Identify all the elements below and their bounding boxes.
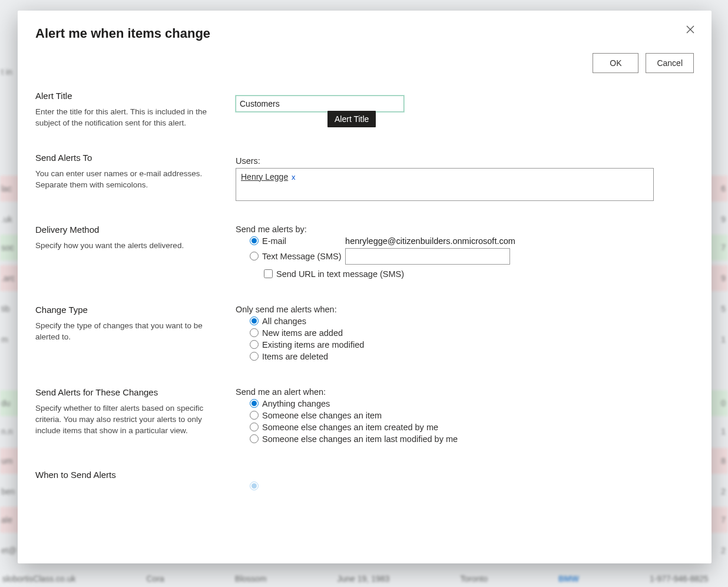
delivery-help: Specify how you want the alerts delivere… — [35, 240, 221, 252]
filter-radio-0[interactable] — [250, 399, 259, 408]
dialog-body[interactable]: OK Cancel Alert Title Enter the title fo… — [18, 41, 712, 563]
section-alert-title: Alert Title Enter the title for this ale… — [35, 91, 694, 129]
filter-changes-field-label: Send me an alert when: — [236, 387, 694, 397]
change-type-radio-0[interactable] — [250, 316, 259, 325]
filter-option-1: Someone else changes an item — [262, 411, 382, 420]
change-type-field-label: Only send me alerts when: — [236, 305, 694, 314]
filter-radio-3[interactable] — [250, 434, 259, 443]
dialog-header: Alert me when items change — [18, 11, 712, 41]
user-chip-name[interactable]: Henry Legge — [241, 172, 288, 182]
close-button[interactable] — [680, 19, 701, 40]
when-label: When to Send Alerts — [35, 470, 221, 480]
send-to-label: Send Alerts To — [35, 153, 221, 163]
alert-dialog: Alert me when items change OK Cancel Ale… — [18, 11, 712, 563]
delivery-sms-radio[interactable] — [250, 252, 259, 260]
change-type-radio-1[interactable] — [250, 328, 259, 337]
delivery-label: Delivery Method — [35, 225, 221, 235]
filter-radio-1[interactable] — [250, 411, 259, 420]
users-input[interactable]: Henry Legge x — [236, 168, 654, 201]
section-delivery: Delivery Method Specify how you want the… — [35, 225, 694, 281]
send-to-help: You can enter user names or e-mail addre… — [35, 169, 221, 191]
dialog-button-row: OK Cancel — [35, 53, 694, 73]
delivery-email-label: E-mail — [262, 236, 286, 246]
sms-url-label: Send URL in text message (SMS) — [276, 269, 404, 279]
alert-title-label: Alert Title — [35, 91, 221, 101]
section-filter-changes: Send Alerts for These Changes Specify wh… — [35, 387, 694, 446]
alert-title-help: Enter the title for this alert. This is … — [35, 107, 221, 129]
delivery-field-label: Send me alerts by: — [236, 225, 694, 234]
change-type-option-2: Existing items are modified — [262, 340, 364, 349]
sms-url-checkbox[interactable] — [264, 269, 273, 278]
sms-number-input[interactable] — [345, 248, 510, 265]
change-type-option-3: Items are deleted — [262, 352, 328, 361]
filter-changes-label: Send Alerts for These Changes — [35, 387, 221, 397]
when-option-0 — [262, 482, 264, 491]
filter-radio-2[interactable] — [250, 423, 259, 431]
alert-title-input[interactable] — [236, 95, 404, 112]
delivery-email-address: henrylegge@citizenbuilders.onmicrosoft.c… — [345, 236, 515, 246]
section-change-type: Change Type Specify the type of changes … — [35, 305, 694, 364]
filter-option-2: Someone else changes an item created by … — [262, 423, 438, 432]
change-type-label: Change Type — [35, 305, 221, 315]
ok-button[interactable]: OK — [593, 53, 638, 73]
change-type-radio-3[interactable] — [250, 352, 259, 361]
dialog-title: Alert me when items change — [35, 26, 694, 41]
when-radio-0[interactable] — [250, 482, 259, 490]
filter-option-3: Someone else changes an item last modifi… — [262, 434, 458, 444]
section-send-to: Send Alerts To You can enter user names … — [35, 153, 694, 201]
alert-title-tooltip: Alert Title — [327, 111, 376, 127]
remove-user-icon[interactable]: x — [292, 173, 296, 182]
close-icon — [686, 25, 694, 34]
delivery-email-radio[interactable] — [250, 236, 259, 245]
change-type-radio-2[interactable] — [250, 340, 259, 349]
delivery-sms-label: Text Message (SMS) — [262, 252, 342, 261]
filter-option-0: Anything changes — [262, 399, 330, 408]
cancel-button[interactable]: Cancel — [646, 53, 694, 73]
change-type-option-0: All changes — [262, 316, 306, 326]
change-type-option-1: New items are added — [262, 328, 343, 338]
users-field-label: Users: — [236, 156, 694, 166]
section-when: When to Send Alerts — [35, 470, 694, 487]
filter-changes-help: Specify whether to filter alerts based o… — [35, 403, 221, 437]
change-type-help: Specify the type of changes that you wan… — [35, 321, 221, 343]
